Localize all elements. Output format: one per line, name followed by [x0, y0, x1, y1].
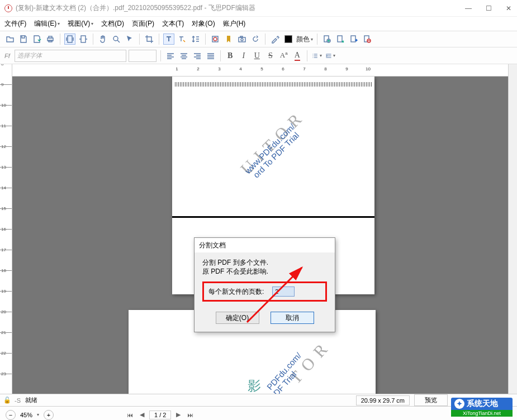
font-family-select[interactable]: 选择字体 [15, 50, 126, 62]
lock-icon: 🔓 [3, 397, 10, 404]
svg-rect-14 [351, 36, 355, 42]
app-logo-icon [4, 4, 12, 12]
brand-badge: ✦ 系统天地 XiTongTianDi.net [451, 398, 513, 417]
italic-icon[interactable]: I [238, 50, 249, 61]
page-dimensions: 20.99 x 29.7 cm [356, 395, 410, 405]
print-icon[interactable] [45, 34, 56, 45]
page-delete-icon[interactable] [362, 34, 373, 45]
first-page-button[interactable]: ⏮ [125, 412, 135, 418]
main-toolbar: 颜色 [0, 31, 517, 47]
ok-button[interactable]: 确定(O) [216, 312, 259, 324]
crop-icon[interactable] [144, 34, 155, 45]
zoom-in-button[interactable]: + [44, 410, 54, 420]
page-navigator: ⏮ ◀ 1 / 2 ▶ ⏭ [125, 411, 195, 419]
fit-page-icon[interactable] [64, 34, 75, 45]
svg-rect-1 [49, 36, 52, 38]
brand-logo-icon: ✦ [454, 399, 464, 409]
window-title: (复制)-新建文本文档 (2)（合并）.pdf_2021020509553952… [16, 3, 464, 13]
workarea: 8 9 10 11 12 13 14 15 16 17 18 19 20 21 … [0, 64, 517, 394]
page-add-icon[interactable] [335, 34, 346, 45]
menu-page[interactable]: 页面(P) [132, 19, 154, 28]
vertical-scrollbar[interactable] [508, 64, 517, 394]
dialog-description: 分割 PDF 到多个文件. 原 PDF 不会受此影响. [202, 258, 327, 276]
pages-per-file-input[interactable] [272, 287, 295, 297]
color-label[interactable]: 颜色 [296, 35, 313, 44]
indent-icon[interactable] [325, 50, 336, 61]
status-ready: 就绪 [25, 396, 37, 404]
menu-view[interactable]: 视图(V) [68, 19, 93, 28]
document-canvas[interactable]: UITOR www.PDFdu.com/ ord To PDF Trial TO… [12, 77, 508, 394]
font-prefix-icon: Ff [4, 52, 10, 59]
svg-rect-4 [81, 36, 86, 42]
svg-point-7 [214, 37, 217, 41]
format-toolbar: Ff 选择字体 B I U S Aa A [0, 47, 517, 64]
hand-tool-icon[interactable] [97, 34, 108, 45]
dialog-title: 分割文档 [195, 238, 335, 252]
zoom-level: 45% [20, 412, 32, 418]
superscript-icon[interactable]: Aa [278, 50, 290, 61]
save-icon[interactable] [18, 34, 29, 45]
split-document-dialog: 分割文档 分割 PDF 到多个文件. 原 PDF 不会受此影响. 每个新文件的页… [194, 237, 335, 332]
next-page-button[interactable]: ▶ [174, 411, 182, 418]
menu-text[interactable]: 文本(T) [162, 19, 184, 28]
select-tool-icon[interactable] [124, 34, 135, 45]
stamp-icon[interactable] [210, 34, 221, 45]
menu-account[interactable]: 账户(H) [223, 19, 246, 28]
strike-icon[interactable]: S [265, 50, 276, 61]
rotate-icon[interactable] [250, 34, 261, 45]
maximize-button[interactable]: ☐ [485, 4, 492, 12]
prev-page-button[interactable]: ◀ [138, 411, 146, 418]
align-center-icon[interactable] [178, 50, 189, 61]
bookmark-icon[interactable] [223, 34, 234, 45]
list-icon[interactable] [311, 50, 322, 61]
font-color-icon[interactable]: A [292, 50, 303, 61]
menubar: 文件(F) 编辑(E) 视图(V) 文档(D) 页面(P) 文本(T) 对象(O… [0, 17, 517, 31]
svg-rect-8 [239, 37, 245, 42]
dialog-input-row: 每个新文件的页数: [202, 281, 327, 302]
text-edit-icon[interactable] [177, 34, 188, 45]
color-swatch-icon[interactable] [283, 34, 294, 45]
zoom-out-button[interactable]: − [6, 410, 16, 420]
menu-object[interactable]: 对象(O) [192, 19, 215, 28]
svg-point-5 [113, 36, 118, 41]
page-indicator: 1 / 2 [149, 411, 171, 419]
page-extract-icon[interactable] [348, 34, 359, 45]
align-right-icon[interactable] [192, 50, 203, 61]
snapshot-icon[interactable] [236, 34, 248, 45]
horizontal-ruler: 12345678910 [12, 64, 508, 77]
page-insert-icon[interactable] [321, 34, 333, 45]
titlebar: (复制)-新建文本文档 (2)（合并）.pdf_2021020509553952… [0, 0, 517, 17]
teal-watermark: 影 [248, 377, 261, 394]
fit-width-icon[interactable] [78, 34, 89, 45]
svg-rect-3 [68, 36, 72, 42]
svg-rect-13 [338, 36, 342, 42]
saveas-icon[interactable] [31, 34, 42, 45]
vertical-ruler: 8 9 10 11 12 13 14 15 16 17 18 19 20 21 … [0, 64, 12, 394]
pages-per-file-label: 每个新文件的页数: [208, 287, 264, 297]
statusbar-bottom: − 45% ▾ + ⏮ ◀ 1 / 2 ▶ ⏭ [0, 406, 517, 420]
brand-name: 系统天地 [467, 399, 498, 409]
open-icon[interactable] [4, 34, 16, 45]
close-button[interactable]: ✕ [505, 4, 513, 12]
statusbar-top: 🔓 -S 就绪 20.99 x 29.7 cm 预览 [0, 394, 517, 406]
window-controls: — ☐ ✕ [464, 4, 513, 12]
cancel-button[interactable]: 取消 [271, 312, 314, 324]
font-size-select[interactable] [129, 50, 156, 62]
last-page-button[interactable]: ⏭ [186, 412, 195, 418]
brand-url: XiTongTianDi.net [451, 410, 513, 417]
underline-icon[interactable]: U [252, 50, 263, 61]
svg-rect-10 [240, 36, 243, 37]
line-spacing-icon[interactable] [190, 34, 201, 45]
menu-document[interactable]: 文档(D) [101, 19, 124, 28]
preview-button[interactable]: 预览 [414, 394, 448, 406]
align-left-icon[interactable] [165, 50, 176, 61]
menu-file[interactable]: 文件(F) [4, 19, 26, 28]
zoom-tool-icon[interactable] [111, 34, 122, 45]
align-justify-icon[interactable] [205, 50, 216, 61]
svg-point-9 [241, 39, 243, 41]
text-tool-icon[interactable] [163, 34, 174, 45]
menu-edit[interactable]: 编辑(E) [34, 19, 60, 28]
bold-icon[interactable]: B [225, 50, 236, 61]
minimize-button[interactable]: — [464, 4, 472, 12]
eyedropper-icon[interactable] [269, 34, 281, 45]
